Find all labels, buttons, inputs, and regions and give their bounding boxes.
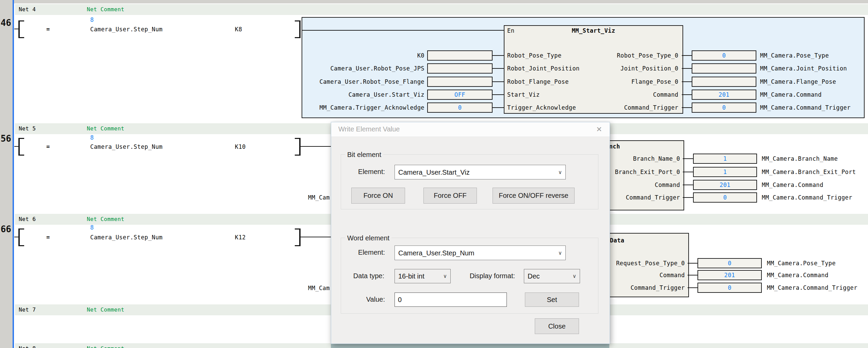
value-input-text: 0 (398, 296, 402, 304)
fb-output-value-box[interactable] (692, 63, 756, 74)
fb-output-operand[interactable]: MM_Camera.Command_Trigger (760, 104, 851, 112)
net-comment[interactable]: Net Comment (87, 6, 124, 13)
value-input[interactable]: 0 (395, 292, 507, 307)
fb-output-value-box[interactable]: 201 (697, 270, 762, 280)
chevron-down-icon[interactable]: ∨ (443, 273, 447, 279)
force-on-button[interactable]: Force ON (351, 188, 405, 204)
fb-output-operand[interactable]: MM_Camera.Joint_Position (760, 64, 847, 73)
pin-stub (683, 185, 693, 185)
fb-output-value-box[interactable]: 201 (692, 90, 756, 100)
compare-operand[interactable]: Camera_User.Step_Num (90, 233, 163, 241)
dialog-bottom-strip (331, 343, 609, 348)
fb-output-pin: Command_Trigger (545, 104, 678, 112)
force-reverse-button[interactable]: Force ON/OFF reverse (493, 188, 575, 204)
rung-wire (301, 146, 332, 147)
compare-contact-close-bracket[interactable] (295, 138, 301, 156)
fb-output-operand[interactable]: MM_Camera.Branch_Name (762, 155, 838, 163)
fb-input-operand[interactable]: MM_Camera.Trigger_Acknowledge (191, 104, 424, 112)
fb-output-pin: Joint_Position_0 (545, 64, 678, 73)
compare-operand[interactable]: Camera_User.Step_Num (90, 143, 163, 151)
fb-input-value-box[interactable]: OFF (427, 90, 493, 100)
net-header[interactable]: Net 4 Net Comment (15, 4, 868, 15)
chevron-down-icon[interactable]: ∨ (558, 250, 562, 256)
compare-operand[interactable]: Camera_User.Step_Num (90, 25, 163, 33)
fb-output-value-box[interactable]: 1 (693, 167, 757, 177)
net-comment[interactable]: Net Comment (87, 216, 124, 222)
compare-operator: = (46, 25, 50, 33)
word-element-combobox[interactable]: Camera_User.Step_Num ∨ (395, 246, 566, 260)
fb-input-operand[interactable]: Camera_User.Robot_Pose_Flange (191, 78, 424, 86)
chevron-down-icon[interactable]: ∨ (573, 273, 576, 279)
compare-operator: = (46, 233, 50, 241)
fb-output-value-box[interactable]: 0 (692, 50, 756, 61)
fb-output-operand[interactable]: MM_Camera.Command_Trigger (762, 193, 852, 202)
compare-constant[interactable]: K8 (235, 25, 242, 33)
close-button[interactable]: Close (535, 318, 579, 334)
compare-contact-open-bracket[interactable] (18, 138, 24, 156)
datatype-value: 16-bit int (398, 272, 424, 280)
display-format-combobox[interactable]: Dec ∨ (524, 269, 580, 283)
fb-output-operand[interactable]: MM_Camera.Flange_Pose (760, 78, 836, 86)
bit-element-combobox[interactable]: Camera_User.Start_Viz ∨ (395, 165, 566, 179)
net-label: Net 5 (19, 125, 36, 132)
rung-line-number: 46 (0, 18, 11, 28)
net-comment[interactable]: Net Comment (87, 345, 124, 348)
set-button[interactable]: Set (525, 292, 579, 307)
fb-output-value-box[interactable]: 0 (692, 102, 756, 113)
compare-contact-close-bracket[interactable] (295, 20, 301, 38)
force-off-button[interactable]: Force OFF (423, 188, 477, 204)
fb-output-operand[interactable]: MM_Camera.Branch_Exit_Port (762, 168, 856, 176)
net-label: Net 7 (19, 306, 36, 313)
fb-input-value-box[interactable] (427, 77, 493, 87)
fb-output-operand[interactable]: MM_Camera.Pose_Type (760, 51, 829, 60)
word-element-value: Camera_User.Step_Num (398, 249, 474, 257)
datatype-combobox[interactable]: 16-bit int ∨ (395, 269, 451, 283)
dialog-titlebar[interactable]: Write Element Value ✕ (331, 122, 610, 137)
net-comment[interactable]: Net Comment (87, 306, 124, 313)
net-label: Net 6 (19, 216, 36, 222)
write-element-value-dialog[interactable]: Write Element Value ✕ Bit element Elemen… (331, 122, 610, 344)
pin-stub (682, 107, 692, 108)
compare-operator: = (46, 143, 50, 151)
word-element-label: Element: (348, 248, 385, 256)
fb-input-value-box[interactable] (427, 63, 493, 74)
operand-label-clipped: MM_Cam (308, 284, 330, 292)
fb-input-operand[interactable]: K0 (191, 51, 424, 60)
fb-output-value-box[interactable]: 0 (693, 192, 757, 203)
pin-stub (492, 81, 504, 82)
rung-wire (301, 237, 332, 237)
operand-label-clipped: MM_Cam (308, 193, 330, 202)
fb-output-value-box[interactable]: 0 (697, 258, 762, 268)
fb-output-operand[interactable]: MM_Camera.Command (767, 271, 829, 279)
pin-stub (682, 55, 692, 56)
fb-output-operand[interactable]: MM_Camera.Command (760, 91, 822, 99)
fb-output-value-box[interactable]: 1 (693, 154, 757, 164)
net-label: Net 4 (19, 6, 36, 13)
chevron-down-icon[interactable]: ∨ (558, 169, 562, 175)
fb-input-operand[interactable]: Camera_User.Robot_Pose_JPS (191, 64, 424, 73)
fb-output-value-box[interactable] (692, 77, 756, 87)
bit-element-label: Element: (348, 168, 385, 176)
net-label: Net 8 (19, 345, 36, 348)
fb-title: MM_Start_Viz (504, 27, 683, 35)
fb-input-value-box[interactable]: 0 (427, 102, 493, 113)
pin-stub (492, 107, 504, 108)
compare-constant[interactable]: K12 (235, 233, 246, 241)
fb-input-value-box[interactable] (427, 50, 493, 61)
operand-live-value: 8 (90, 133, 94, 142)
compare-contact-open-bracket[interactable] (18, 228, 24, 246)
net-comment[interactable]: Net Comment (87, 125, 124, 132)
compare-contact-close-bracket[interactable] (295, 228, 301, 246)
compare-contact-open-bracket[interactable] (18, 20, 24, 38)
value-label: Value: (348, 295, 385, 303)
compare-constant[interactable]: K10 (235, 143, 246, 151)
fb-output-value-box[interactable]: 0 (697, 283, 762, 293)
fb-output-operand[interactable]: MM_Camera.Pose_Type (767, 259, 836, 267)
fb-output-value-box[interactable]: 201 (693, 180, 757, 190)
fb-output-operand[interactable]: MM_Camera.Command (762, 181, 823, 189)
fb-output-pin: Robot_Pose_Type_0 (545, 51, 678, 60)
fb-output-pin: Command (545, 91, 678, 99)
close-icon[interactable]: ✕ (593, 125, 605, 134)
fb-input-operand[interactable]: Camera_User.Start_Viz (191, 91, 424, 99)
fb-output-operand[interactable]: MM_Camera.Command_Trigger (767, 284, 857, 292)
